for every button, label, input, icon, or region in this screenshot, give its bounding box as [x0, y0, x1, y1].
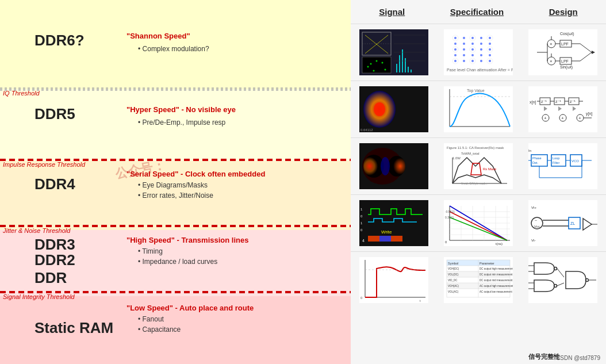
ddr4-speed: "Serial Speed" - Clock often embedded	[126, 170, 265, 178]
svg-text:y[n]: y[n]	[586, 112, 592, 116]
ddr2-label: DDR2	[34, 251, 75, 269]
ddr6-label: DDR6?	[34, 32, 85, 49]
design-cell-3: Phase Det. Loop Filter VCO In	[526, 140, 600, 192]
signal-cell-2: 0.64112	[356, 83, 431, 135]
svg-point-83	[374, 102, 385, 116]
design-svg-3: Phase Det. Loop Filter VCO In	[528, 143, 597, 189]
svg-rect-5	[362, 57, 391, 73]
spec-svg-5: Symbol Parameter VOH(DC) DC output high …	[444, 257, 513, 303]
svg-text:z⁻¹: z⁻¹	[555, 99, 562, 104]
svg-point-47	[489, 60, 491, 62]
svg-text:LPF: LPF	[561, 42, 569, 46]
signal-cell-5: 0 t	[356, 254, 431, 306]
svg-text:DC output high measurement lev: DC output high measurement level (for IV…	[480, 267, 513, 270]
svg-point-38	[454, 54, 457, 56]
svg-text:Rx Mask: Rx Mask	[483, 167, 497, 171]
svg-text:z⁻¹: z⁻¹	[570, 99, 576, 104]
svg-point-23	[454, 37, 457, 39]
svg-text:DC output min measurement leve: DC output min measurement level (for IV …	[480, 273, 513, 276]
static-ram-bullet2: • Capacitance	[138, 325, 181, 334]
signal-svg-1	[359, 29, 428, 75]
svg-rect-174	[528, 200, 597, 246]
svg-point-9	[382, 62, 383, 64]
svg-text:DC output mid measurement leve: DC output mid measurement level (for IV …	[480, 279, 513, 282]
ddr3-bullet1: • Timing	[138, 247, 163, 255]
spec-cell-3: Figure 11.5.1: CA Receiver(Rx) mask ToWM…	[441, 140, 516, 192]
svg-text:Vcc: Vcc	[534, 225, 540, 228]
spec-svg-2: Top Value	[444, 86, 513, 132]
static-ram-label: Static RAM	[34, 319, 113, 337]
svg-rect-90	[528, 86, 597, 132]
iq-threshold-label: IQ Threshold	[3, 90, 40, 97]
design-svg-2: x[n] z⁻¹ z⁻¹ z⁻¹ +	[528, 86, 597, 132]
svg-text:AC output high measurement lev: AC output high measurement level (for ov…	[480, 285, 513, 288]
svg-text:Symbol: Symbol	[448, 262, 458, 265]
svg-text:AC output low measurement leve: AC output low measurement level (for ov …	[480, 290, 513, 293]
svg-text:×: ×	[550, 41, 553, 47]
ddr5-label: DDR5	[34, 105, 75, 123]
ddr3-bullet2: • Impedance / load curves	[138, 258, 217, 266]
svg-text:VOH(AC): VOH(AC)	[448, 285, 459, 288]
signal-svg-5: 0 t	[359, 257, 428, 303]
row-5: 0 t Symbol Parameter VOH(DC) DC	[351, 252, 606, 308]
spec-svg-1: Pase level Chan attenuation After = Puls…	[444, 29, 513, 75]
svg-text:Vmid, CAVyln mod...: Vmid, CAVyln mod...	[461, 182, 488, 185]
svg-point-40	[471, 54, 474, 56]
svg-point-41	[480, 54, 482, 56]
row-2: 0.64112 Top Value x[n]	[351, 81, 606, 138]
svg-point-11	[373, 70, 375, 72]
design-svg-1: Cos(ωt) × × LPF LPF	[528, 29, 597, 75]
svg-text:LPF: LPF	[561, 59, 569, 63]
svg-text:4: 4	[362, 239, 365, 243]
svg-rect-150	[368, 236, 379, 242]
design-cell-4: ~ Vcc ZL Vt+ Vt-	[526, 197, 600, 249]
svg-text:ToWM_total: ToWM_total	[461, 152, 480, 155]
svg-text:VOL(AC): VOL(AC)	[448, 290, 459, 293]
spec-cell-4: 0 t(ns) -0.5811 0.3811	[441, 197, 516, 249]
signal-svg-2: 0.64112	[359, 86, 428, 132]
svg-text:VOL(DC): VOL(DC)	[448, 273, 459, 276]
svg-point-35	[471, 48, 474, 51]
svg-text:Loop: Loop	[553, 156, 559, 160]
ddr6-bullet1: • Complex modulation?	[138, 45, 209, 53]
svg-rect-151	[379, 236, 391, 242]
spec-cell-5: Symbol Parameter VOH(DC) DC output high …	[441, 254, 516, 306]
svg-text:1.0W: 1.0W	[452, 156, 461, 160]
ddr3-speed: "High Speed" - Transmission lines	[126, 236, 248, 244]
svg-text:0.64112: 0.64112	[360, 128, 373, 132]
svg-text:Write: Write	[381, 229, 392, 235]
svg-text:Figure 11.5.1: CA Receiver(Rx): Figure 11.5.1: CA Receiver(Rx) mask	[447, 146, 504, 150]
svg-text:z⁻¹: z⁻¹	[541, 99, 547, 104]
svg-point-39	[463, 54, 465, 56]
svg-point-27	[489, 37, 491, 39]
svg-text:VOH(DC): VOH(DC)	[448, 267, 459, 270]
svg-point-7	[376, 60, 378, 62]
svg-point-45	[471, 60, 474, 62]
jitter-noise-label: Jitter & Noise Threshold	[3, 227, 70, 234]
ddr4-bullet2: • Error rates, Jitter/Noise	[138, 191, 213, 200]
svg-point-116	[388, 156, 405, 177]
svg-text:×: ×	[550, 59, 553, 64]
svg-point-33	[454, 48, 457, 51]
right-header: Signal Specification Design	[351, 0, 606, 24]
svg-point-117	[381, 157, 390, 175]
static-ram-speed: "Low Speed" - Auto place and route	[126, 304, 254, 312]
svg-text:Phase: Phase	[532, 156, 542, 160]
svg-text:Pase level   Chan attenuation : Pase level Chan attenuation After = Puls…	[447, 68, 513, 72]
svg-text:ZL: ZL	[570, 221, 575, 225]
ddr4-bullet1: • Eye Diagrams/Masks	[138, 181, 208, 189]
wire-iq	[0, 87, 351, 91]
row-4: 1 0 1 0 Write 4	[351, 195, 606, 252]
spec-svg-4: 0 t(ns) -0.5811 0.3811	[444, 200, 513, 246]
svg-point-8	[367, 66, 369, 68]
logo-label: 信号完整性	[528, 352, 560, 361]
design-cell-5	[526, 254, 600, 306]
svg-text:0.3811: 0.3811	[445, 216, 454, 219]
svg-text:Parameter: Parameter	[480, 262, 494, 265]
right-panel: Signal Specification Design	[351, 0, 606, 364]
ddr5-bullet1: • Pre/De-Emp., Impulse resp	[138, 118, 225, 127]
svg-text:Vt-: Vt-	[531, 239, 536, 242]
svg-text:+: +	[544, 116, 547, 121]
signal-cell-3	[356, 140, 431, 192]
left-panel: IQ Threshold Impulse Response Threshold …	[0, 0, 351, 364]
